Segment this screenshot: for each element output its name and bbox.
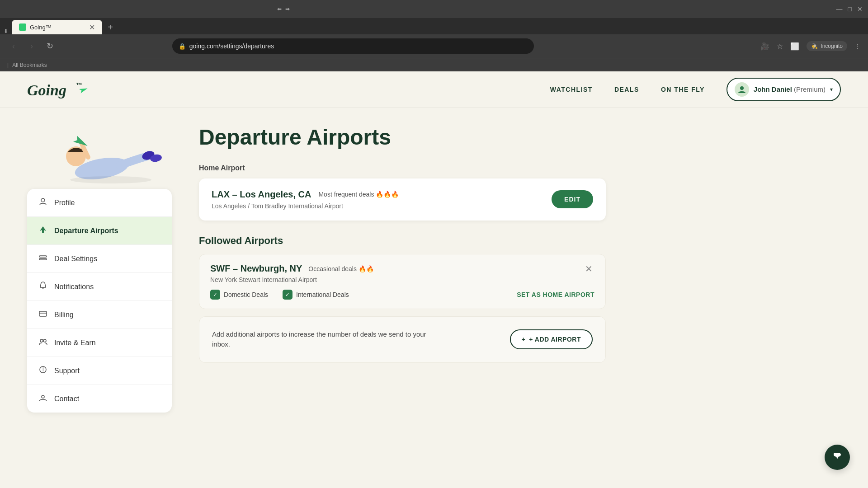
browser-addressbar: ‹ › ↻ 🔒 going.com/settings/departures 🎥 … [0,34,868,58]
contact-icon [38,393,48,404]
app-header: Going ™ WATCHLIST DEALS ON THE FLY Joh [0,71,868,108]
nav-on-the-fly[interactable]: ON THE FLY [661,86,705,93]
browser-titlebar: ⬅ ➡ — □ ✕ [0,0,868,18]
url-text: going.com/settings/departures [189,42,274,50]
svg-point-16 [43,339,46,342]
set-home-airport-button[interactable]: SET AS HOME AIRPORT [517,291,594,298]
sidebar-item-billing[interactable]: Billing [27,301,172,329]
bookmarks-label: | [7,62,9,68]
all-bookmarks-label: All Bookmarks [12,62,47,68]
add-airport-button[interactable]: + + ADD AIRPORT [510,329,593,349]
user-name: John Daniel (Premium) [754,85,826,93]
sidebar: Profile Departure Airports Deal Settings [27,126,172,413]
add-airport-text: Add additional airports to increase the … [212,329,438,350]
sidebar-item-support[interactable]: i Support [27,357,172,385]
followed-card-title: SWF – Newburgh, NY Occasional deals 🔥🔥 [210,263,374,274]
home-airport-top: LAX – Los Angeles, CA Most frequent deal… [212,189,399,200]
followed-card-bottom: ✓ Domestic Deals ✓ International Deals S… [210,290,594,300]
user-avatar [735,82,749,97]
main-nav: WATCHLIST DEALS ON THE FLY [550,86,705,93]
incognito-badge: 🕵 Incognito [807,41,847,51]
plus-icon: + [522,336,526,343]
home-airport-full-name: Los Angeles / Tom Bradley International … [212,202,399,210]
camera-off-icon: 🎥 [760,42,769,51]
user-chevron-icon: ▾ [830,86,833,93]
swf-airport-full-name: New York Stewart International Airport [210,276,594,283]
international-check-icon: ✓ [283,290,292,300]
home-airport-section-label: Home Airport [199,164,606,172]
svg-rect-13 [39,311,47,316]
close-window-icon[interactable]: ✕ [857,5,863,13]
back-button[interactable]: ‹ [7,40,20,52]
user-icon [737,85,746,94]
svg-point-10 [41,198,45,202]
main-layout: Profile Departure Airports Deal Settings [0,108,633,431]
maximize-icon[interactable]: □ [848,5,852,13]
forward-button[interactable]: › [25,40,38,52]
followed-card-top: SWF – Newburgh, NY Occasional deals 🔥🔥 ✕ [210,263,594,274]
logo-svg: Going ™ [27,78,90,101]
tab-list-icon[interactable]: ⬇ [4,28,8,34]
nav-deals[interactable]: DEALS [614,86,639,93]
chat-button[interactable] [825,445,850,470]
home-airport-card: LAX – Los Angeles, CA Most frequent deal… [199,178,606,221]
bookmarks-bar: | All Bookmarks [0,58,868,71]
invite-earn-icon [38,337,48,348]
svg-point-3 [740,86,744,90]
domestic-check-icon: ✓ [210,290,220,300]
sidebar-item-notifications[interactable]: Notifications [27,273,172,301]
tab-close-button[interactable]: ✕ [89,23,95,32]
remove-swf-button[interactable]: ✕ [583,263,594,274]
bookmark-icon[interactable]: ☆ [777,42,783,51]
followed-airport-card-swf: SWF – Newburgh, NY Occasional deals 🔥🔥 ✕… [199,254,606,309]
tab-favicon [19,23,26,31]
svg-text:i: i [42,366,44,373]
tab-title: Going™ [30,24,52,31]
browser-menu-icon[interactable]: ⋮ [854,42,861,50]
support-icon: i [38,365,48,376]
international-deals-toggle[interactable]: ✓ International Deals [283,290,349,300]
deal-settings-icon [38,253,48,264]
home-airport-deal-badge: Most frequent deals 🔥🔥🔥 [318,191,399,198]
user-menu[interactable]: John Daniel (Premium) ▾ [726,78,841,101]
chat-icon [832,452,843,463]
svg-rect-12 [39,258,47,260]
billing-icon [38,309,48,320]
minimize-icon[interactable]: — [836,5,843,13]
svg-rect-11 [39,256,47,257]
nav-watchlist[interactable]: WATCHLIST [550,86,593,93]
swf-deal-badge: Occasional deals 🔥🔥 [308,265,374,272]
sidebar-menu: Profile Departure Airports Deal Settings [27,189,172,413]
edit-airport-button[interactable]: EDIT [552,190,593,208]
airplane-icon [38,225,48,236]
sidebar-item-departure-airports[interactable]: Departure Airports [27,217,172,245]
sidebar-illustration [36,103,163,189]
browser-actions: 🎥 ☆ ⬜ 🕵 Incognito ⋮ [760,41,861,51]
svg-text:™: ™ [76,81,82,89]
domestic-deals-toggle[interactable]: ✓ Domestic Deals [210,290,268,300]
home-airport-code-city: LAX – Los Angeles, CA [212,189,311,200]
add-airport-card: Add additional airports to increase the … [199,316,606,363]
sidebar-item-profile[interactable]: Profile [27,189,172,217]
svg-point-9 [70,176,151,183]
svg-text:Going: Going [27,82,66,99]
swf-airport-code-city: SWF – Newburgh, NY [210,263,302,274]
tablet-icon[interactable]: ⬜ [790,42,799,51]
main-content: Departure Airports Home Airport LAX – Lo… [199,126,606,413]
sidebar-item-deal-settings[interactable]: Deal Settings [27,245,172,273]
home-airport-info: LAX – Los Angeles, CA Most frequent deal… [212,189,399,210]
reload-button[interactable]: ↻ [43,40,56,52]
sidebar-item-contact[interactable]: Contact [27,385,172,413]
logo[interactable]: Going ™ [27,78,90,101]
browser-chrome: ⬅ ➡ — □ ✕ ⬇ Going™ ✕ + ‹ › ↻ 🔒 going.com… [0,0,868,71]
new-tab-button[interactable]: + [104,21,117,33]
address-bar[interactable]: 🔒 going.com/settings/departures [172,38,534,54]
svg-point-19 [42,395,44,398]
incognito-icon: 🕵 [811,43,818,49]
browser-tab-bar: ⬇ Going™ ✕ + [0,18,868,34]
svg-point-15 [40,339,43,342]
notifications-icon [38,281,48,292]
sidebar-item-invite-earn[interactable]: Invite & Earn [27,329,172,357]
browser-tab[interactable]: Going™ ✕ [12,20,102,34]
followed-airports-section-label: Followed Airports [199,235,606,247]
